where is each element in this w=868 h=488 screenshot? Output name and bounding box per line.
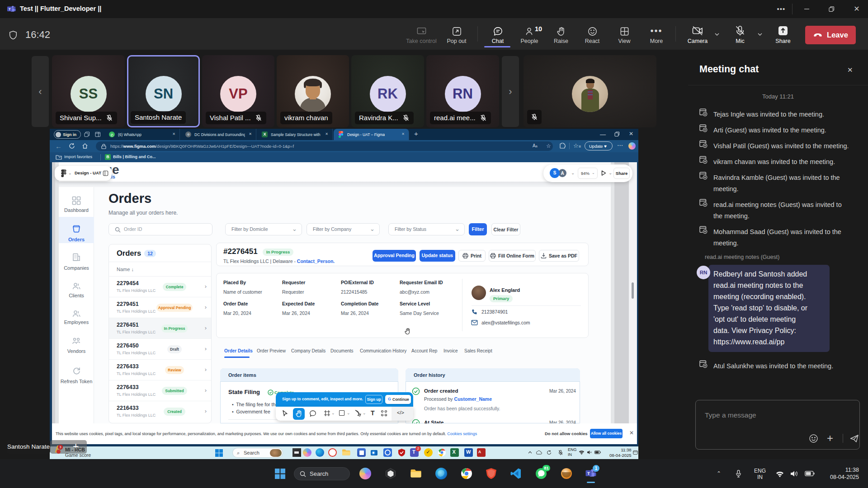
svg-text:T: T: [9, 7, 11, 11]
svg-text:T: T: [587, 471, 590, 476]
svg-text:✆: ✆: [110, 133, 113, 137]
